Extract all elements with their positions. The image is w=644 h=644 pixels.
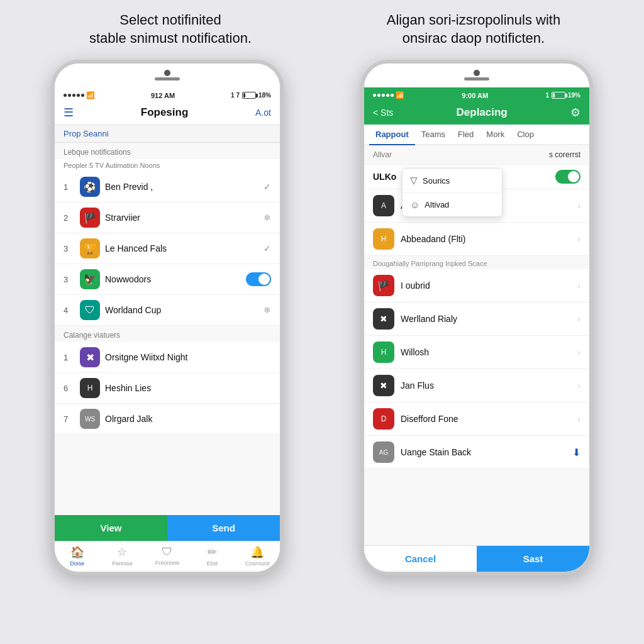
list-item2[interactable]: H Willosh › [364,336,589,369]
tab-bell[interactable]: 🔔 Cosrnunit [235,545,280,567]
ulk-label: ULKo [373,172,396,182]
list-item2[interactable]: D Disefford Fone › [364,402,589,436]
bottom-tab-bar-1: 🏠 Doise ☆ Pennise 🛡 Freonone ✏ Etist 🔔 [55,541,280,572]
dropdown-item-sourics[interactable]: ▽ Sourics [402,169,502,193]
action-link-1[interactable]: A.ot [255,108,271,118]
download-icon: ⬇ [572,447,580,458]
list-item[interactable]: 3 🏆 Le Hanced Fals ✓ [55,233,280,264]
section2-header: Dougahially Parriprang Inpked Scace [364,256,589,269]
team-icon2: AG [373,441,394,463]
status-bar-2: 📶 9:00 AM 1 19% [364,87,589,101]
list-item2[interactable]: 🏴 I oubrid › [364,269,589,303]
battery-pct-1: 18% [258,92,271,99]
toggle-switch[interactable] [246,272,271,286]
team-icon: 🏆 [80,238,100,258]
star-icon: ☆ [117,545,127,559]
team-icon: WS [80,409,100,429]
battery-pct-2: 19% [568,92,580,99]
list-item2[interactable]: AG Uange Stain Back ⬇ [364,436,589,469]
phone-1: 📶 912 AM 1 7 18% ☰ Fopesing A.ot Prop [51,60,284,575]
team-icon: 🏴 [80,208,100,228]
tab-teams[interactable]: Teams [415,125,452,145]
tab-edit[interactable]: ✏ Etist [190,545,235,567]
team-icon2: ✖ [373,308,394,330]
team-icon: 🦅 [80,269,100,289]
camera-1 [164,70,170,76]
chevron-icon: › [577,380,580,391]
shield-icon: 🛡 [162,545,173,558]
hamburger-icon[interactable]: ☰ [64,106,74,119]
green-header: < Sts Deplacing ⚙ [364,101,589,125]
sast-button[interactable]: Sast [477,546,589,572]
home-icon: 🏠 [70,545,84,559]
list-item[interactable]: 1 ⚽ Ben Previd , ✓ [55,172,280,203]
list-item[interactable]: 4 🛡 Worldand Cup ❄ [55,295,280,326]
dropdown-item-altivad[interactable]: ☺ Altivad [402,193,502,216]
chevron-icon: › [577,414,580,424]
wifi-icon-2: 📶 [396,91,404,99]
view-button[interactable]: View [55,515,167,541]
signal-2: 1 [545,92,549,99]
list-item[interactable]: 2 🏴 Strarviier ❄ [55,203,280,233]
dropdown-item-label: Sourics [423,176,450,186]
tabs-row: Rappout Teams Fled Mork Clop [364,125,589,145]
team-icon: 🛡 [80,300,100,320]
chevron-icon: › [577,314,580,324]
bell-icon: 🔔 [250,545,264,559]
time-1: 912 AM [151,92,175,99]
list-item2[interactable]: ✖ Jan Flus › [364,369,589,402]
search-bar-1[interactable]: Prop Seanni [55,125,280,143]
filter-label[interactable]: Allvar [373,150,392,159]
edit-icon: ✏ [208,545,217,559]
team-icon2: H [373,341,394,363]
section-label-2: Calange viatuers [55,326,280,342]
back-button[interactable]: < Sts [373,108,393,118]
checkmark-icon: ✓ [264,243,271,253]
tab-home[interactable]: 🏠 Doise [55,545,100,567]
filter-toggle: s corerrst [549,150,580,159]
nav-header-1: ☰ Fopesing A.ot [55,101,280,125]
team-icon: ⚽ [80,177,100,197]
team-icon: H [80,378,100,398]
tab-favorites[interactable]: ☆ Pennise [100,545,145,567]
team-icon2: ✖ [373,375,394,396]
chevron-icon: › [577,347,580,357]
tab-rappout[interactable]: Rappout [369,125,415,145]
filter-toggle-label: s corerrst [549,150,580,159]
section-label-1: Lebque notifications [55,143,280,159]
list-item[interactable]: 6 H Heshin Lies [55,373,280,404]
chevron-icon: › [577,280,580,291]
ulk-toggle[interactable] [555,170,580,184]
dropdown-menu: ▽ Sourics ☺ Altivad [402,168,502,217]
chevron-icon: › [577,201,580,211]
phone-2: 📶 9:00 AM 1 19% < Sts Deplacing ⚙ [360,60,593,575]
gear-icon[interactable]: ⚙ [570,106,580,119]
filter-row: Allvar s corerrst ▽ Sourics ☺ Altivad [364,145,589,165]
chevron-icon: › [577,234,580,244]
team-icon2: A [373,195,394,216]
left-caption: Select notifinited stable snimust notifi… [34,11,307,47]
speaker-2 [464,77,489,80]
battery-1 [242,92,256,99]
send-button[interactable]: Send [167,515,280,541]
list-item[interactable]: 7 WS Olrgard Jalk [55,404,280,435]
snowflake-icon: ❄ [264,305,271,315]
tab-mork[interactable]: Mork [480,125,511,145]
speaker-1 [155,77,180,80]
battery-2 [552,92,565,99]
list-item2[interactable]: H Abbeadand (Flti) › [364,223,589,256]
team-icon2: 🏴 [373,275,394,296]
tab-fled[interactable]: Fled [452,125,480,145]
screen-title-1: Fopesing [141,106,189,119]
action-buttons: View Send [55,515,280,541]
list-item[interactable]: 1 ✖ Orsitgne Wiitxd Night [55,342,280,373]
list-item2[interactable]: ✖ Werlland Rialy › [364,303,589,336]
screen-title-2: Deplacing [457,106,508,119]
bottom-action-row: Cancel Sast [364,545,589,572]
tab-clop[interactable]: Clop [511,125,540,145]
wifi-icon-1: 📶 [86,91,95,99]
dropdown-item-label: Altivad [425,200,449,209]
list-item[interactable]: 3 🦅 Nowwodors [55,264,280,295]
tab-shield[interactable]: 🛡 Freonone [145,545,190,567]
cancel-button[interactable]: Cancel [364,546,477,572]
